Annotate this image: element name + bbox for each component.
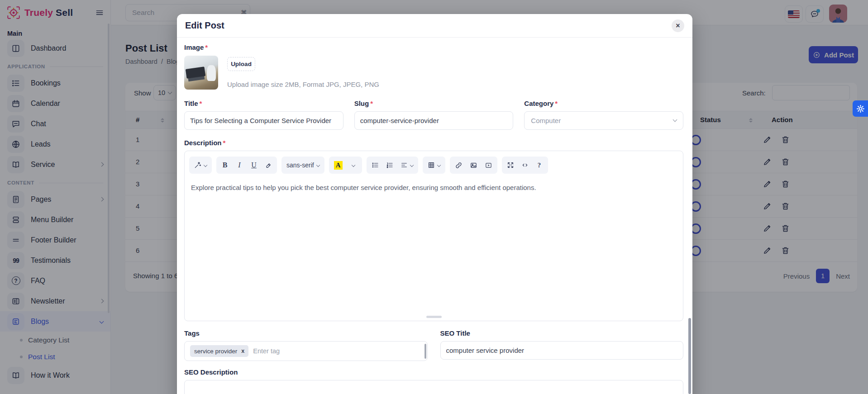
- unordered-list-button[interactable]: [368, 158, 382, 172]
- description-label: Description*: [184, 139, 225, 147]
- list-ul-icon: [372, 161, 379, 169]
- description-field: Description* B I U: [184, 139, 683, 321]
- color-a-glyph: A: [334, 161, 343, 170]
- fullscreen-icon: [507, 161, 514, 169]
- chevron-down-icon: [316, 163, 320, 167]
- required-asterisk: *: [370, 100, 373, 107]
- italic-button[interactable]: I: [232, 158, 247, 172]
- title-input[interactable]: [184, 111, 343, 130]
- chevron-down-icon: [673, 118, 677, 122]
- video-icon: [485, 161, 492, 169]
- edit-post-modal: Edit Post × Image* Upload Upload image s…: [177, 14, 692, 394]
- fullscreen-button[interactable]: [503, 158, 518, 172]
- category-select[interactable]: Computer: [524, 111, 683, 130]
- table-icon: [428, 161, 435, 169]
- eraser-icon: [265, 161, 272, 169]
- upload-button[interactable]: Upload: [227, 57, 255, 71]
- tags-input-box[interactable]: service provider x: [184, 341, 428, 361]
- seo-title-input[interactable]: [440, 341, 684, 360]
- required-asterisk: *: [205, 43, 208, 51]
- tag-remove-button[interactable]: x: [241, 348, 244, 354]
- editor-toolbar: B I U sans-serif A: [185, 151, 683, 177]
- magic-wand-icon: [194, 161, 201, 169]
- font-color-dropdown[interactable]: [346, 158, 361, 172]
- required-asterisk: *: [200, 100, 202, 107]
- magic-style-button[interactable]: [191, 158, 210, 172]
- image-label: Image*: [184, 43, 208, 51]
- tag-chip: service provider x: [190, 345, 248, 357]
- list-ol-icon: [386, 161, 393, 169]
- chevron-down-icon: [437, 163, 440, 167]
- upload-hint: Upload image size 2MB, Format JPG, JPEG,…: [227, 81, 379, 88]
- category-label: Category*: [524, 100, 558, 107]
- paragraph-align-button[interactable]: [397, 158, 417, 172]
- insert-video-button[interactable]: [481, 158, 496, 172]
- image-icon: [470, 161, 477, 169]
- title-label: Title*: [184, 100, 202, 107]
- help-button[interactable]: ?: [532, 158, 547, 172]
- slug-label: Slug*: [354, 100, 373, 107]
- editor-resize-bar[interactable]: [185, 313, 683, 321]
- tag-input[interactable]: [253, 347, 421, 355]
- code-icon: [521, 161, 529, 169]
- table-button[interactable]: [424, 158, 444, 172]
- ordered-list-button[interactable]: [382, 158, 397, 172]
- tags-label: Tags: [184, 329, 200, 337]
- insert-link-button[interactable]: [451, 158, 466, 172]
- chevron-down-icon: [204, 163, 207, 167]
- gear-icon: [856, 104, 865, 113]
- insert-picture-button[interactable]: [466, 158, 481, 172]
- modal-title: Edit Post: [185, 20, 224, 31]
- font-color-button[interactable]: A: [330, 158, 346, 172]
- required-asterisk: *: [555, 100, 558, 107]
- post-image-thumbnail: [184, 56, 218, 90]
- seo-description-label: SEO Description: [184, 368, 238, 376]
- modal-header: Edit Post ×: [177, 14, 692, 38]
- description-editable-area[interactable]: Explore practical tips to help you pick …: [185, 177, 683, 313]
- modal-scrollbar[interactable]: [688, 318, 691, 394]
- title-field: Title*: [184, 100, 343, 130]
- category-field: Category* Computer: [524, 100, 683, 130]
- code-view-button[interactable]: [518, 158, 532, 172]
- align-icon: [401, 161, 408, 169]
- seo-description-input[interactable]: [184, 380, 683, 394]
- close-button[interactable]: ×: [672, 19, 684, 32]
- font-family-value: sans-serif: [286, 161, 314, 169]
- chevron-down-icon: [410, 163, 413, 167]
- settings-gear-button[interactable]: [853, 100, 868, 117]
- seo-title-label: SEO Title: [440, 329, 470, 337]
- seo-title-field: SEO Title: [440, 329, 684, 361]
- bold-button[interactable]: B: [218, 158, 232, 172]
- slug-field: Slug*: [354, 100, 514, 130]
- underline-button[interactable]: U: [247, 158, 261, 172]
- category-selected-value: Computer: [531, 117, 561, 124]
- clear-format-button[interactable]: [261, 158, 276, 172]
- required-asterisk: *: [223, 139, 226, 147]
- link-icon: [455, 161, 463, 169]
- seo-description-field: SEO Description: [184, 368, 683, 394]
- chevron-down-icon: [351, 163, 355, 167]
- tag-chip-label: service provider: [194, 348, 237, 355]
- tags-field: Tags service provider x: [184, 329, 428, 361]
- rich-text-editor: B I U sans-serif A: [184, 151, 683, 321]
- resize-handle-icon: [426, 316, 442, 318]
- modal-body: Image* Upload Upload image size 2MB, For…: [177, 38, 692, 394]
- font-family-button[interactable]: sans-serif: [283, 158, 323, 172]
- image-field: Image* Upload Upload image size 2MB, For…: [184, 43, 683, 90]
- tags-scrollbar[interactable]: [424, 344, 426, 359]
- slug-input[interactable]: [354, 111, 514, 130]
